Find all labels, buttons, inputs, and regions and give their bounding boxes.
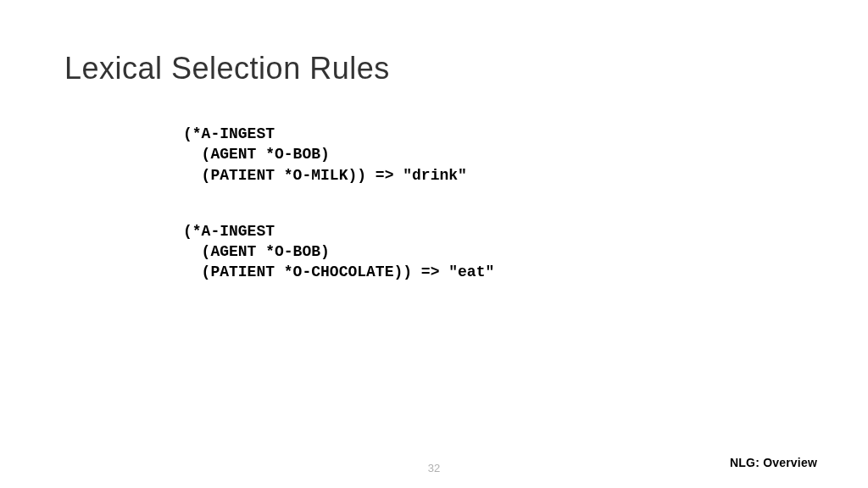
rule-block-1: (*A-INGEST (AGENT *O-BOB) (PATIENT *O-MI… (183, 124, 804, 186)
rule1-line2: (AGENT *O-BOB) (183, 146, 330, 163)
footer-label: NLG: Overview (730, 456, 817, 469)
page-number: 32 (428, 462, 440, 474)
rule2-line2: (AGENT *O-BOB) (183, 243, 330, 260)
slide-title: Lexical Selection Rules (64, 51, 804, 86)
rule1-line3: (PATIENT *O-MILK)) => "drink" (183, 167, 467, 184)
rule2-line1: (*A-INGEST (183, 223, 275, 240)
rule2-line3: (PATIENT *O-CHOCOLATE)) => "eat" (183, 263, 494, 280)
slide-container: Lexical Selection Rules (*A-INGEST (AGEN… (0, 0, 868, 488)
rule-block-2: (*A-INGEST (AGENT *O-BOB) (PATIENT *O-CH… (183, 221, 804, 283)
rule1-line1: (*A-INGEST (183, 125, 275, 142)
